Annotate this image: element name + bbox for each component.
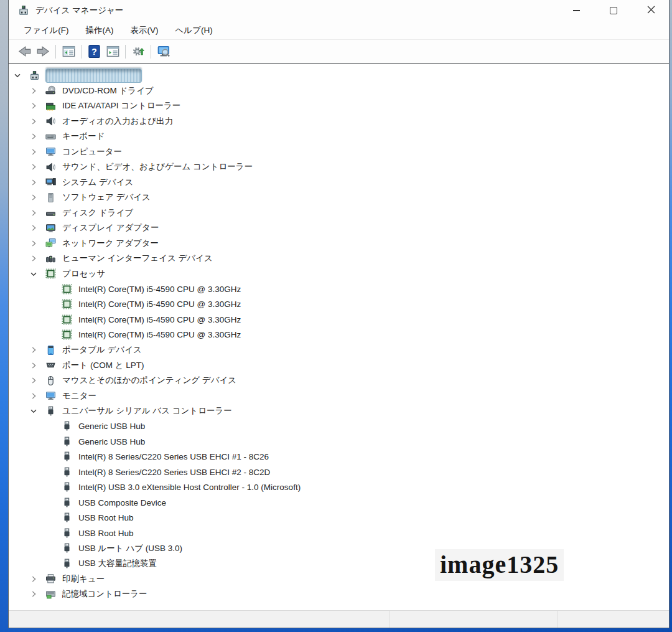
chevron-right-icon[interactable] [29,209,45,217]
chevron-right-icon[interactable] [29,239,45,248]
chevron-right-icon[interactable] [29,193,45,202]
tree-item[interactable]: サウンド、ビデオ、およびゲーム コントローラー [9,159,669,175]
usb-plug-icon [62,498,74,508]
caption-buttons [553,0,669,21]
tree-item[interactable]: ディスプレイ アダプター [9,220,669,236]
update-driver-button[interactable] [129,43,147,60]
forward-button[interactable] [34,43,52,60]
tree-item[interactable]: 印刷キュー [9,572,669,587]
back-arrow-icon [18,45,31,58]
tree-item[interactable]: USB Composite Device [9,495,669,511]
help-button[interactable]: ? [85,43,103,60]
usb-plug-icon [45,406,58,417]
tree-item-label: DVD/CD-ROM ドライブ [62,85,154,97]
tree-item[interactable]: ポータブル デバイス [9,342,669,358]
tree-item[interactable]: Intel(R) Core(TM) i5-4590 CPU @ 3.30GHz [9,297,669,313]
tree-item[interactable]: マウスとそのほかのポインティング デバイス [9,373,669,389]
tree-item[interactable]: Intel(R) Core(TM) i5-4590 CPU @ 3.30GHz [9,281,669,297]
console-tree-toggle-button[interactable] [59,43,78,60]
minimize-button[interactable] [562,0,590,21]
chevron-right-icon[interactable] [29,87,45,95]
chevron-right-icon[interactable] [29,148,45,156]
tree-item[interactable]: Intel(R) 8 Series/C220 Series USB EHCI #… [9,450,669,465]
tree-item[interactable]: Intel(R) 8 Series/C220 Series USB EHCI #… [9,465,669,480]
menu-view[interactable]: 表示(V) [124,23,165,38]
tree-item[interactable]: IDE ATA/ATAPI コントローラー [9,98,669,114]
tree-item[interactable]: コンピューター [9,144,669,160]
tree-item[interactable]: ポート (COM と LPT) [9,358,669,374]
chevron-right-icon[interactable] [29,361,45,370]
chevron-down-icon[interactable] [13,71,29,80]
menu-file[interactable]: ファイル(F) [17,23,75,38]
tree-item[interactable]: ソフトウェア デバイス [9,190,669,205]
tree-item-label: Intel(R) 8 Series/C220 Series USB EHCI #… [78,468,270,477]
chevron-right-icon[interactable] [29,101,45,110]
tree-item-label: ポート (COM と LPT) [62,360,144,371]
chevron-right-icon[interactable] [29,392,45,400]
tree-item[interactable]: システム デバイス [9,175,669,191]
tree-item-label: ヒューマン インターフェイス デバイス [62,253,213,264]
statusbar-section [390,611,558,628]
chevron-right-icon[interactable] [29,224,45,232]
chevron-down-icon[interactable] [29,407,45,415]
chevron-right-icon[interactable] [29,117,45,126]
tree-item-label: ポータブル デバイス [62,344,142,356]
cpu-chip-icon [45,268,58,279]
tree-item[interactable]: オーディオの入力および出力 [9,114,669,130]
usb-plug-icon [62,512,74,523]
tree-item[interactable]: 記憶域コントローラー [9,587,669,602]
tree-item-label: オーディオの入力および出力 [62,116,173,127]
tree-item-label: サウンド、ビデオ、およびゲーム コントローラー [62,161,253,172]
chevron-right-icon[interactable] [29,346,45,354]
tree-item[interactable]: USB Root Hub [9,511,669,526]
tree-item[interactable]: モニター [9,389,669,404]
statusbar-section [9,611,390,628]
tree-item-root-computer[interactable] [9,68,669,83]
maximize-button[interactable] [599,0,628,21]
device-tree: DVD/CD-ROM ドライブIDE ATA/ATAPI コントローラーオーディ… [9,64,669,610]
tree-item-label: モニター [62,390,96,402]
menu-action[interactable]: 操作(A) [80,23,120,38]
chevron-right-icon[interactable] [29,376,45,385]
tree-item-label: ディスク ドライブ [62,207,133,219]
chevron-right-icon[interactable] [29,178,45,187]
tree-item[interactable]: ユニバーサル シリアル バス コントローラー [9,403,669,419]
usb-plug-icon [62,467,74,478]
action-pane-toggle-button[interactable] [103,43,122,60]
close-button[interactable] [637,0,665,21]
forward-arrow-icon [37,45,50,58]
tree-item[interactable]: Intel(R) Core(TM) i5-4590 CPU @ 3.30GHz [9,328,669,343]
scan-hardware-changes-button[interactable] [154,43,173,60]
tree-item[interactable]: Generic USB Hub [9,419,669,435]
menu-bar: ファイル(F)操作(A)表示(V)ヘルプ(H) [9,21,669,40]
tree-item[interactable]: USB Root Hub [9,526,669,541]
menu-help[interactable]: ヘルプ(H) [169,23,219,38]
tree-item[interactable]: USB ルート ハブ (USB 3.0) [9,541,669,557]
chevron-right-icon[interactable] [29,132,45,141]
speaker-icon [45,116,58,126]
speaker-icon [45,162,58,172]
chevron-right-icon[interactable] [29,575,45,583]
tree-item[interactable]: ヒューマン インターフェイス デバイス [9,251,669,266]
tree-item-label: Intel(R) Core(TM) i5-4590 CPU @ 3.30GHz [78,315,241,324]
chevron-right-icon[interactable] [29,590,45,598]
maximize-icon [610,7,617,14]
tree-item[interactable]: DVD/CD-ROM ドライブ [9,83,669,99]
tree-item[interactable]: キーボード [9,129,669,144]
back-button[interactable] [15,43,34,60]
minimize-icon [573,10,580,11]
cpu-chip-icon [62,314,74,325]
tree-item[interactable]: ディスク ドライブ [9,205,669,221]
tree-item[interactable]: プロセッサ [9,266,669,282]
tree-item-label: コンピューター [62,146,122,158]
chevron-right-icon[interactable] [29,163,45,171]
tree-item[interactable]: ネットワーク アダプター [9,236,669,252]
tree-item[interactable]: Intel(R) USB 3.0 eXtensible Host Control… [9,480,669,496]
gear-arrow-icon [132,45,145,58]
chevron-right-icon[interactable] [29,254,45,263]
tree-item-label: Intel(R) 8 Series/C220 Series USB EHCI #… [78,452,269,461]
tree-item[interactable]: Intel(R) Core(TM) i5-4590 CPU @ 3.30GHz [9,312,669,328]
tree-item[interactable]: USB 大容量記憶装置 [9,556,669,572]
tree-item[interactable]: Generic USB Hub [9,434,669,450]
chevron-down-icon[interactable] [29,270,45,278]
